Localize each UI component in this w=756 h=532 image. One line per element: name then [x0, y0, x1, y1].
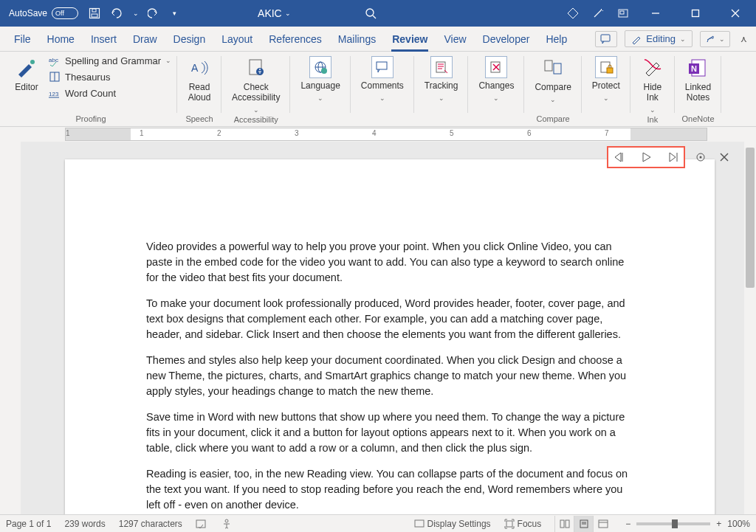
- ribbon-tabs: File Home Insert Draw Design Layout Refe…: [0, 27, 756, 52]
- linked-notes-button[interactable]: N Linked Notes: [681, 55, 715, 105]
- read-aloud-button[interactable]: A Read Aloud: [183, 55, 216, 105]
- svg-rect-49: [560, 520, 564, 528]
- doc-name: AKIC: [258, 7, 282, 19]
- word-count[interactable]: 239 words: [64, 519, 105, 529]
- tab-insert[interactable]: Insert: [83, 27, 125, 52]
- tab-developer[interactable]: Developer: [475, 27, 538, 52]
- comment-icon: [371, 56, 394, 78]
- group-label: [440, 114, 442, 126]
- tracking-button[interactable]: Tracking⌄: [420, 55, 463, 103]
- undo-icon[interactable]: [109, 7, 124, 19]
- undo-more-icon[interactable]: ⌄: [133, 10, 139, 17]
- thesaurus-button[interactable]: Thesaurus: [49, 71, 171, 83]
- tab-view[interactable]: View: [436, 27, 474, 52]
- compare-button[interactable]: Compare⌄: [530, 55, 575, 105]
- tab-draw[interactable]: Draw: [125, 27, 165, 52]
- qat-customize-icon[interactable]: ▾: [173, 10, 176, 17]
- protect-button[interactable]: Protect⌄: [588, 55, 625, 103]
- read-mode-icon[interactable]: [554, 516, 574, 532]
- spelling-grammar-button[interactable]: abcSpelling and Grammar⌄: [49, 55, 171, 66]
- svg-rect-7: [620, 11, 624, 14]
- accessibility-icon: [244, 56, 268, 80]
- lock-icon: [595, 56, 617, 78]
- comments-button[interactable]: Comments⌄: [357, 55, 408, 103]
- display-settings-button[interactable]: Display Settings: [414, 519, 491, 529]
- autosave-label: AutoSave: [9, 8, 47, 18]
- vertical-scrollbar[interactable]: [744, 142, 756, 514]
- settings-icon[interactable]: [694, 151, 707, 164]
- tab-design[interactable]: Design: [165, 27, 214, 52]
- group-label: [381, 114, 383, 126]
- search-icon[interactable]: [365, 7, 377, 19]
- horizontal-ruler[interactable]: 1 2 3 4 5 6 7 1: [65, 128, 707, 141]
- document-scroll[interactable]: Video provides a powerful way to help yo…: [21, 142, 756, 514]
- check-accessibility-button[interactable]: Check Accessibility⌄: [227, 55, 284, 115]
- redo-icon[interactable]: [148, 7, 159, 19]
- comments-pane-button[interactable]: [595, 31, 617, 47]
- comments-label: Comments: [361, 81, 404, 91]
- svg-text:N: N: [691, 64, 697, 73]
- scrollbar-thumb[interactable]: [746, 148, 755, 288]
- previous-icon[interactable]: [613, 151, 626, 164]
- autosave-toggle[interactable]: AutoSave Off: [9, 7, 78, 19]
- play-icon[interactable]: [639, 151, 653, 164]
- tab-references[interactable]: References: [261, 27, 330, 52]
- tab-review[interactable]: Review: [384, 27, 436, 52]
- diamond-icon[interactable]: [567, 7, 579, 19]
- zoom-level[interactable]: 100%: [727, 519, 750, 529]
- group-label: [495, 114, 498, 126]
- next-icon[interactable]: [666, 151, 679, 164]
- editor-button[interactable]: Editor: [10, 55, 43, 94]
- share-button[interactable]: ⌄: [700, 31, 730, 47]
- editing-mode-button[interactable]: Editing ⌄: [625, 30, 693, 47]
- zoom-in-button[interactable]: +: [716, 519, 721, 529]
- protect-label: Protect: [592, 81, 620, 91]
- svg-rect-50: [566, 520, 569, 528]
- tab-file[interactable]: File: [6, 27, 39, 52]
- web-layout-icon[interactable]: [593, 516, 612, 532]
- svg-rect-33: [554, 63, 561, 74]
- document-title[interactable]: AKIC ⌄: [258, 7, 291, 19]
- language-button[interactable]: Language⌄: [296, 55, 344, 103]
- tab-layout[interactable]: Layout: [213, 27, 261, 52]
- page-count[interactable]: Page 1 of 1: [6, 519, 51, 529]
- svg-rect-47: [415, 520, 424, 527]
- vertical-ruler[interactable]: [0, 142, 21, 514]
- wand-icon[interactable]: [592, 7, 604, 19]
- doc-title-chevron-icon: ⌄: [285, 10, 291, 17]
- hide-ink-button[interactable]: Hide Ink⌄: [636, 55, 669, 115]
- save-icon[interactable]: [89, 7, 100, 19]
- tab-mailings[interactable]: Mailings: [330, 27, 384, 52]
- zoom-controls: − + 100%: [625, 519, 750, 529]
- close-icon[interactable]: [718, 151, 731, 164]
- group-label: [320, 114, 322, 126]
- changes-button[interactable]: Changes⌄: [474, 55, 518, 103]
- ink-icon: [641, 56, 664, 80]
- window-icon[interactable]: [617, 7, 629, 19]
- tab-home[interactable]: Home: [39, 27, 83, 52]
- word-count-button[interactable]: 123Word Count: [49, 87, 171, 99]
- hide-ink-label: Hide Ink: [643, 83, 662, 103]
- page[interactable]: Video provides a powerful way to help yo…: [65, 159, 715, 514]
- abc-check-icon: abc: [49, 55, 61, 66]
- minimize-button[interactable]: [642, 3, 669, 24]
- accessibility-status-icon[interactable]: [221, 518, 233, 530]
- svg-rect-2: [92, 9, 96, 12]
- focus-button[interactable]: Focus: [504, 519, 542, 529]
- tab-help[interactable]: Help: [537, 27, 575, 52]
- print-layout-icon[interactable]: [574, 516, 593, 532]
- svg-point-22: [259, 69, 261, 70]
- zoom-out-button[interactable]: −: [625, 519, 630, 529]
- tracking-label: Tracking: [425, 81, 458, 91]
- count-icon: 123: [49, 87, 61, 99]
- group-speech: A Read Aloud Speech: [177, 52, 221, 126]
- ruler-2: 2: [217, 129, 221, 137]
- spellcheck-icon[interactable]: [196, 518, 207, 530]
- zoom-slider[interactable]: [636, 522, 710, 525]
- collapse-ribbon-icon[interactable]: ⋏: [738, 31, 750, 47]
- close-button[interactable]: [722, 3, 749, 24]
- editor-icon: [15, 56, 38, 80]
- ribbon: Editor abcSpelling and Grammar⌄ Thesauru…: [0, 52, 756, 127]
- char-count[interactable]: 1297 characters: [119, 519, 182, 529]
- maximize-button[interactable]: [682, 3, 709, 24]
